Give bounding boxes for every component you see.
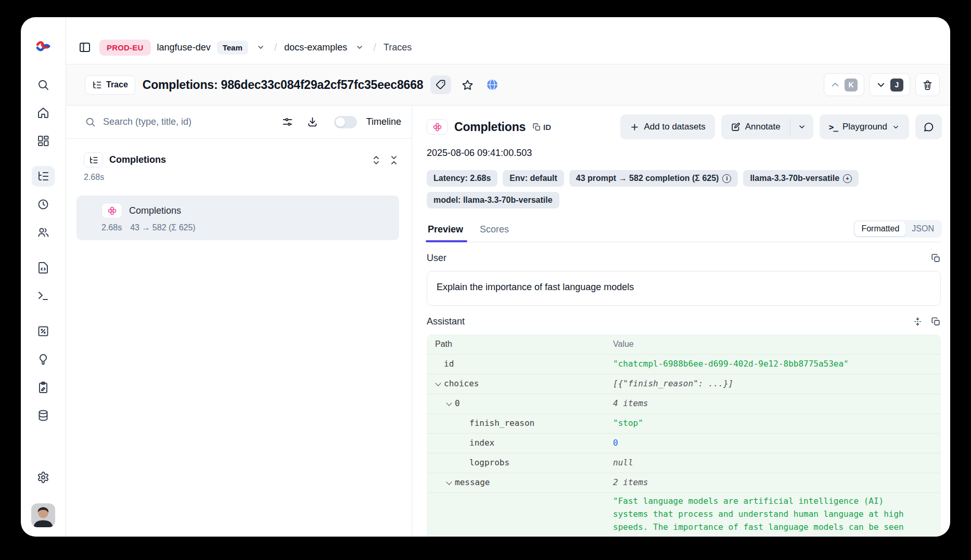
breadcrumb-separator: /: [372, 42, 377, 54]
sidebar-item-evaluation[interactable]: [32, 321, 55, 342]
sidebar-item-dashboards[interactable]: [32, 131, 55, 151]
json-table-row[interactable]: logprobs null: [427, 453, 941, 473]
sidebar-item-settings[interactable]: [32, 467, 55, 488]
json-table-row[interactable]: "Fast language models are artificial int…: [427, 492, 941, 537]
playground-button[interactable]: >_ Playground: [820, 114, 909, 139]
metadata-badge[interactable]: llama-3.3-70b-versatile+: [743, 170, 859, 187]
annotate-split-button: Annotate: [721, 114, 813, 139]
search-icon: [85, 116, 96, 127]
badge-icon: i: [722, 174, 731, 183]
shortcut-key-j: J: [890, 79, 903, 92]
sidebar-item-users[interactable]: [32, 222, 55, 243]
sidebar-item-sessions[interactable]: [32, 194, 55, 215]
json-table-row[interactable]: message 2 items: [427, 473, 941, 492]
add-to-datasets-button[interactable]: Add to datasets: [620, 114, 715, 139]
breadcrumb-separator: /: [273, 42, 278, 54]
timeline-toggle[interactable]: [334, 116, 357, 128]
sidebar-item-insights[interactable]: [32, 349, 55, 370]
chevron-up-icon: [831, 80, 840, 89]
chevron-down-icon[interactable]: [435, 381, 444, 387]
annotate-dropdown-chevron[interactable]: [790, 114, 813, 139]
breadcrumb-project[interactable]: docs-examples: [284, 42, 347, 53]
chevron-down-icon[interactable]: [445, 400, 455, 407]
sidebar-item-home[interactable]: [32, 102, 55, 123]
star-icon[interactable]: [458, 76, 476, 94]
public-globe-icon[interactable]: [483, 76, 501, 94]
user-message: Explain the importance of fast language …: [427, 271, 941, 306]
trash-icon: [922, 80, 933, 90]
copy-icon[interactable]: [931, 317, 941, 327]
metadata-badge[interactable]: Env: default: [503, 170, 564, 187]
trace-root-node[interactable]: Completions: [76, 152, 399, 167]
assistant-json-table: Path Value id "chatcmpl-6988b6ee-d699-40…: [427, 334, 941, 537]
expand-all-icon[interactable]: [371, 155, 381, 165]
sidebar-item-tracing[interactable]: [32, 166, 55, 187]
langfuse-logo: [35, 40, 51, 54]
account-avatar[interactable]: [31, 503, 55, 527]
trace-type-badge: Trace: [85, 75, 135, 95]
assistant-section-label: Assistant: [427, 316, 465, 327]
json-table-row[interactable]: choices [{"finish_reason": ...}]: [427, 374, 941, 394]
timeline-toggle-label: Timeline: [366, 116, 404, 127]
user-section-label: User: [427, 253, 446, 264]
org-switcher-chevron-down-icon[interactable]: [254, 41, 267, 54]
sidebar-item-datasets[interactable]: [32, 405, 55, 426]
format-option-formatted[interactable]: Formatted: [855, 222, 905, 236]
observation-title: Completions: [454, 120, 526, 134]
json-table-row[interactable]: 0 4 items: [427, 394, 941, 413]
view-options-icon[interactable]: [279, 113, 297, 131]
list-tree-icon: [92, 80, 102, 90]
plus-icon: [630, 122, 640, 132]
trace-header-bar: Trace Completions: 986dec33c084f29a2cf57…: [66, 64, 950, 106]
comments-button[interactable]: [915, 114, 942, 139]
project-switcher-chevron-down-icon[interactable]: [353, 41, 366, 54]
tab-preview[interactable]: Preview: [427, 221, 464, 242]
badge-icon: +: [843, 174, 852, 183]
tag-icon[interactable]: [430, 75, 451, 94]
root-node-duration: 2.68s: [84, 173, 399, 182]
sidebar-item-search[interactable]: [32, 74, 55, 95]
generation-node-selected[interactable]: Completions 2.68s 43 → 582 (Σ 625): [76, 196, 399, 240]
pen-square-icon: [731, 122, 740, 132]
tree-search-input[interactable]: [103, 116, 272, 127]
collapse-vertical-icon[interactable]: [913, 317, 923, 327]
chevron-down-icon: [876, 80, 886, 89]
app-window: PROD-EU langfuse-dev Team / docs-example…: [21, 17, 950, 537]
chevron-down-icon: [892, 123, 900, 131]
environment-badge[interactable]: PROD-EU: [99, 40, 151, 56]
sidebar-item-playground[interactable]: [32, 285, 55, 306]
collapse-all-icon[interactable]: [389, 155, 399, 165]
observation-timestamp: 2025-08-06 09:41:00.503: [427, 148, 942, 159]
chevron-down-icon[interactable]: [445, 479, 455, 486]
sidebar-item-prompts[interactable]: [32, 257, 55, 278]
tab-scores[interactable]: Scores: [479, 221, 510, 242]
trace-title: Completions: 986dec33c084f29a2cf57fc35ee…: [143, 78, 424, 92]
format-option-json[interactable]: JSON: [905, 222, 940, 236]
metadata-badge[interactable]: Latency: 2.68s: [427, 170, 497, 187]
annotate-button[interactable]: Annotate: [721, 114, 790, 139]
terminal-icon: >_: [829, 122, 838, 132]
json-table-row[interactable]: index 0: [427, 433, 941, 453]
io-preview-area: User Explain the importance of fast lang…: [427, 242, 942, 537]
delete-trace-button[interactable]: [915, 73, 940, 96]
metadata-badge[interactable]: model: llama-3.3-70b-versatile: [427, 192, 559, 209]
generation-icon: [427, 119, 448, 135]
json-table-row[interactable]: id "chatcmpl-6988b6ee-d699-402d-9e12-8bb…: [427, 354, 941, 374]
column-header-value: Value: [613, 334, 941, 353]
metadata-badge[interactable]: 43 prompt → 582 completion (Σ 625)i: [569, 170, 738, 187]
copy-id-button[interactable]: ID: [532, 123, 551, 132]
previous-trace-button[interactable]: K: [824, 73, 864, 96]
observation-detail-panel: Completions ID Add to datasets: [412, 106, 950, 537]
next-trace-button[interactable]: J: [870, 73, 910, 96]
copy-icon[interactable]: [931, 253, 941, 263]
generation-duration: 2.68s: [101, 223, 122, 232]
generation-token-usage: 43 → 582 (Σ 625): [130, 223, 196, 232]
breadcrumb-org[interactable]: langfuse-dev: [157, 42, 211, 53]
left-rail: [21, 17, 66, 537]
column-header-path: Path: [427, 334, 613, 353]
json-table-row[interactable]: finish_reason "stop": [427, 413, 941, 433]
sidebar-toggle-icon[interactable]: [76, 39, 93, 56]
sidebar-item-annotation-queues[interactable]: [32, 377, 55, 398]
download-icon[interactable]: [304, 113, 322, 131]
breadcrumb-section[interactable]: Traces: [384, 42, 412, 53]
